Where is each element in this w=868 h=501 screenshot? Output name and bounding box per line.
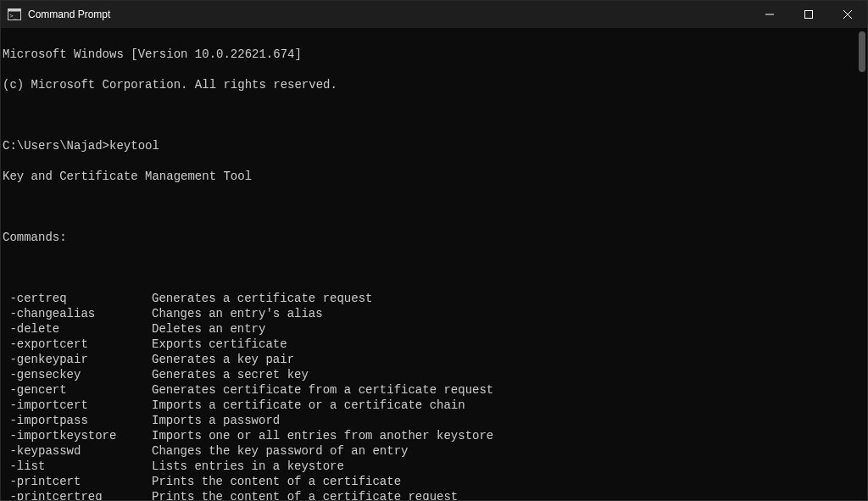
command-name: -certreq <box>3 291 152 306</box>
command-row: -printcertreqPrints the content of a cer… <box>3 489 867 500</box>
command-desc: Lists entries in a keystore <box>152 459 344 474</box>
command-name: -printcertreq <box>3 489 152 500</box>
command-row: -certreqGenerates a certificate request <box>3 291 867 306</box>
command-name: -importkeystore <box>3 428 152 443</box>
prompt-path: C:\Users\Najad> <box>3 139 109 153</box>
window-controls <box>750 1 867 28</box>
command-row: -printcertPrints the content of a certif… <box>3 474 867 489</box>
output-line <box>3 260 867 276</box>
command-desc: Deletes an entry <box>152 321 265 337</box>
output-line: (c) Microsoft Corporation. All rights re… <box>3 77 867 92</box>
command-desc: Changes the key password of an entry <box>152 443 408 459</box>
command-name: -genkeypair <box>3 352 152 367</box>
command-desc: Changes an entry's alias <box>152 306 323 321</box>
command-name: -delete <box>3 321 152 337</box>
command-row: -genseckeyGenerates a secret key <box>3 367 867 382</box>
command-desc: Imports one or all entries from another … <box>152 428 493 443</box>
command-row: -keypasswdChanges the key password of an… <box>3 443 867 459</box>
command-desc: Prints the content of a certificate requ… <box>152 489 458 500</box>
svg-rect-1 <box>8 9 21 12</box>
prompt-command: keytool <box>109 139 159 153</box>
close-button[interactable] <box>828 1 867 28</box>
svg-rect-4 <box>805 11 813 19</box>
terminal-output[interactable]: Microsoft Windows [Version 10.0.22621.67… <box>1 28 867 500</box>
command-name: -keypasswd <box>3 443 152 459</box>
command-row: -deleteDeletes an entry <box>3 321 867 337</box>
command-desc: Exports certificate <box>152 337 287 352</box>
command-row: -importkeystoreImports one or all entrie… <box>3 428 867 443</box>
scrollbar-thumb[interactable] <box>859 31 865 72</box>
command-name: -genseckey <box>3 367 152 382</box>
svg-text:>_: >_ <box>10 13 18 19</box>
command-name: -list <box>3 459 152 474</box>
output-line <box>3 199 867 214</box>
cmd-icon: >_ <box>8 8 21 21</box>
command-desc: Generates a certificate request <box>152 291 372 306</box>
command-name: -changealias <box>3 306 152 321</box>
output-line: Commands: <box>3 230 867 245</box>
command-row: -importpassImports a password <box>3 413 867 428</box>
output-line: Microsoft Windows [Version 10.0.22621.67… <box>3 47 867 62</box>
command-row: -listLists entries in a keystore <box>3 459 867 474</box>
command-name: -importcert <box>3 398 152 413</box>
command-row: -changealiasChanges an entry's alias <box>3 306 867 321</box>
command-desc: Generates a key pair <box>152 352 294 367</box>
command-prompt-window: >_ Command Prompt Microsoft Windows [Ver… <box>0 0 868 501</box>
maximize-button[interactable] <box>789 1 828 28</box>
prompt-line: C:\Users\Najad>keytool <box>3 138 867 153</box>
titlebar[interactable]: >_ Command Prompt <box>1 1 867 28</box>
command-desc: Generates a secret key <box>152 367 309 382</box>
command-desc: Imports a password <box>152 413 280 428</box>
command-row: -exportcertExports certificate <box>3 337 867 352</box>
minimize-button[interactable] <box>750 1 789 28</box>
window-title: Command Prompt <box>28 8 750 20</box>
command-name: -importpass <box>3 413 152 428</box>
command-name: -printcert <box>3 474 152 489</box>
command-desc: Generates certificate from a certificate… <box>152 382 493 398</box>
command-name: -exportcert <box>3 337 152 352</box>
output-line: Key and Certificate Management Tool <box>3 169 867 184</box>
scrollbar[interactable] <box>857 28 867 500</box>
command-row: -gencertGenerates certificate from a cer… <box>3 382 867 398</box>
command-row: -importcertImports a certificate or a ce… <box>3 398 867 413</box>
output-line <box>3 108 867 123</box>
command-name: -gencert <box>3 382 152 398</box>
command-desc: Prints the content of a certificate <box>152 474 401 489</box>
command-row: -genkeypairGenerates a key pair <box>3 352 867 367</box>
command-desc: Imports a certificate or a certificate c… <box>152 398 465 413</box>
